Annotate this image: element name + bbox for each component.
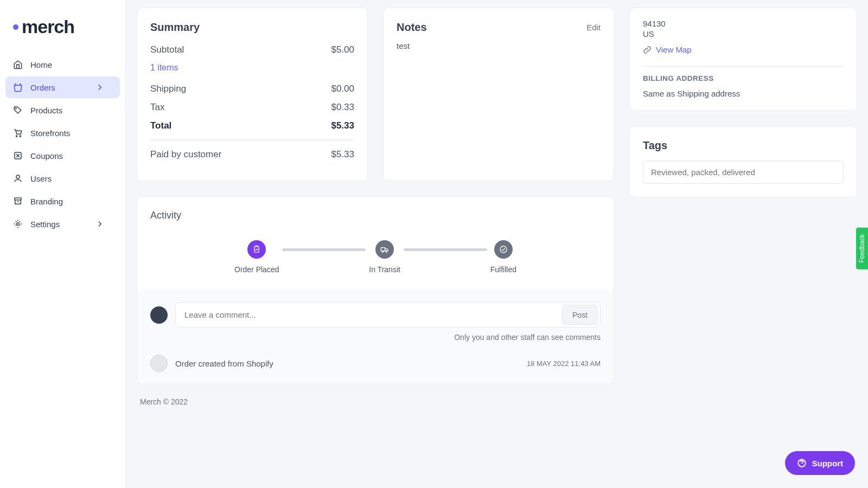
view-map-link[interactable]: View Map	[643, 40, 844, 60]
billing-text: Same as Shipping address	[643, 89, 844, 98]
sidebar-item-storefronts[interactable]: Storefronts	[5, 122, 120, 144]
sidebar-item-label: Settings	[30, 220, 60, 229]
shipping-label: Shipping	[150, 84, 186, 94]
comment-area: Post Only you and other staff can see co…	[137, 290, 614, 384]
edit-button[interactable]: Edit	[586, 23, 601, 32]
svg-rect-5	[15, 198, 21, 200]
comment-input[interactable]	[178, 305, 562, 325]
logo-text: merch	[22, 16, 74, 37]
step-label: Fulfilled	[490, 265, 516, 274]
activity-title: Activity	[150, 210, 601, 221]
svg-point-11	[500, 246, 507, 253]
coupon-icon	[13, 151, 23, 160]
divider	[150, 140, 354, 140]
chevron-right-icon	[95, 82, 105, 92]
tags-card: Tags	[629, 126, 857, 197]
sidebar-item-coupons[interactable]: Coupons	[5, 145, 120, 166]
feedback-tab[interactable]: Feedback	[856, 228, 868, 269]
step-in-transit: In Transit	[369, 240, 400, 274]
sidebar-item-orders[interactable]: Orders	[5, 76, 120, 98]
sidebar: merch Home Orders Products Storefronts C…	[0, 0, 126, 488]
check-circle-icon	[494, 240, 513, 259]
svg-point-4	[16, 175, 20, 178]
sidebar-item-settings[interactable]: Settings	[5, 213, 120, 235]
address-zip: 94130	[643, 19, 844, 28]
sidebar-item-label: Coupons	[30, 151, 63, 160]
note-content: test	[397, 41, 601, 50]
step-order-placed: Order Placed	[234, 240, 279, 274]
sidebar-item-label: Orders	[30, 83, 55, 92]
sidebar-item-home[interactable]: Home	[5, 54, 120, 75]
logo-dot-icon	[13, 24, 18, 30]
sidebar-item-label: Storefronts	[30, 129, 70, 138]
svg-point-0	[16, 108, 17, 109]
address-country: US	[643, 29, 844, 38]
sidebar-item-label: Home	[30, 60, 52, 69]
shipping-value: $0.00	[331, 84, 354, 94]
gear-icon	[13, 219, 23, 229]
truck-icon	[375, 240, 394, 259]
step-fulfilled: Fulfilled	[490, 240, 516, 274]
help-icon	[797, 458, 807, 468]
notes-card: Notes Edit test	[383, 8, 614, 181]
svg-point-10	[386, 251, 387, 253]
avatar	[150, 306, 168, 324]
bag-icon	[13, 82, 23, 92]
logo[interactable]: merch	[5, 11, 120, 54]
tags-input[interactable]	[643, 160, 844, 184]
tax-label: Tax	[150, 102, 164, 113]
billing-heading: BILLING ADDRESS	[643, 74, 844, 82]
activity-timeline: Order Placed In Transit	[234, 240, 516, 274]
sidebar-item-branding[interactable]: Branding	[5, 190, 120, 212]
timeline-bar	[282, 248, 366, 251]
step-label: In Transit	[369, 265, 400, 274]
tags-title: Tags	[643, 139, 844, 152]
svg-rect-8	[381, 248, 385, 251]
tax-value: $0.33	[331, 102, 354, 113]
support-button[interactable]: Support	[785, 451, 856, 475]
address-card: 94130 US View Map BILLING ADDRESS Same a…	[629, 8, 857, 111]
sidebar-item-label: Products	[30, 106, 62, 115]
sidebar-item-products[interactable]: Products	[5, 99, 120, 121]
sidebar-item-label: Branding	[30, 197, 63, 206]
timeline-bar	[404, 248, 487, 251]
user-icon	[13, 174, 23, 183]
items-link[interactable]: 1 items	[150, 63, 354, 73]
sidebar-item-label: Users	[30, 174, 52, 183]
comment-hint: Only you and other staff can see comment…	[150, 333, 601, 342]
activity-log-row: Order created from Shopify 18 MAY 2022 1…	[150, 355, 601, 372]
system-avatar	[150, 355, 168, 372]
link-icon	[643, 46, 652, 54]
archive-icon	[13, 196, 23, 206]
support-label: Support	[812, 459, 844, 468]
svg-point-6	[17, 223, 20, 226]
sidebar-item-users[interactable]: Users	[5, 168, 120, 189]
tag-icon	[13, 105, 23, 115]
post-button[interactable]: Post	[562, 305, 598, 325]
chevron-right-icon	[95, 219, 105, 229]
paid-label: Paid by customer	[150, 149, 221, 160]
subtotal-value: $5.00	[331, 44, 354, 55]
paid-value: $5.33	[331, 149, 354, 160]
total-value: $5.33	[331, 120, 354, 131]
total-label: Total	[150, 120, 171, 131]
log-text: Order created from Shopify	[175, 359, 519, 368]
activity-card: Activity Order Placed	[137, 196, 614, 384]
cart-icon	[13, 128, 23, 138]
svg-point-2	[20, 136, 21, 137]
notes-title: Notes	[397, 21, 427, 34]
svg-point-9	[382, 251, 384, 253]
subtotal-label: Subtotal	[150, 44, 184, 55]
log-date: 18 MAY 2022 11:43 AM	[527, 359, 601, 368]
divider	[643, 66, 844, 67]
view-map-label: View Map	[656, 45, 692, 54]
clipboard-icon	[247, 240, 266, 259]
footer-text: Merch © 2022	[137, 384, 857, 409]
step-label: Order Placed	[234, 265, 279, 274]
home-icon	[13, 60, 23, 69]
main-content: Summary Subtotal $5.00 1 items Shipping …	[126, 0, 868, 488]
summary-card: Summary Subtotal $5.00 1 items Shipping …	[137, 8, 368, 181]
svg-point-1	[16, 136, 17, 137]
summary-title: Summary	[150, 21, 354, 34]
